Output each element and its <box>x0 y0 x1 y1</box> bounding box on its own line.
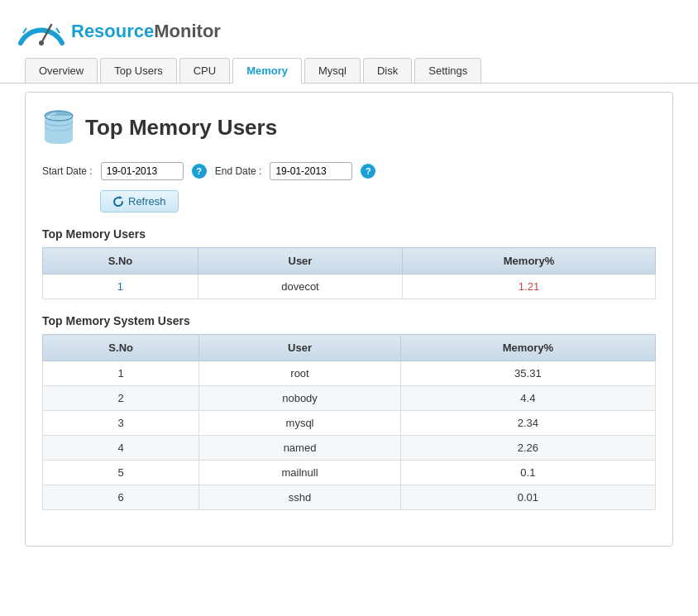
start-date-label: Start Date : <box>42 165 93 177</box>
cell-user: mysql <box>199 411 400 436</box>
page-title-row: Top Memory Users <box>42 109 656 146</box>
cell-user: dovecot <box>198 275 402 299</box>
table-row: 2 nobody 4.4 <box>43 386 656 411</box>
cell-memory: 4.4 <box>400 386 655 411</box>
top-memory-users-header: Top Memory Users <box>42 227 656 241</box>
top-memory-system-users-header-row: S.No User Memory% <box>43 335 656 361</box>
cell-memory: 1.21 <box>402 275 655 299</box>
cell-sno[interactable]: 1 <box>43 275 198 299</box>
refresh-icon <box>112 196 124 208</box>
nav-tabs: Overview Top Users CPU Memory Mysql Disk… <box>0 58 698 84</box>
logo-monitor-text: Monitor <box>154 21 221 41</box>
tab-mysql[interactable]: Mysql <box>304 58 361 83</box>
tab-top-users[interactable]: Top Users <box>100 58 177 83</box>
cell-sno: 1 <box>43 361 199 386</box>
col-user-1: User <box>198 248 402 275</box>
tab-memory[interactable]: Memory <box>232 58 302 84</box>
col-memory-1: Memory% <box>402 248 655 275</box>
col-memory-2: Memory% <box>400 335 655 361</box>
cell-memory: 0.01 <box>400 485 655 510</box>
svg-line-1 <box>56 28 60 33</box>
cell-sno: 2 <box>43 386 199 411</box>
refresh-label: Refresh <box>128 195 166 208</box>
cell-sno: 6 <box>43 485 199 510</box>
cell-sno: 5 <box>43 461 199 485</box>
top-memory-system-users-table: S.No User Memory% 1 root 35.31 2 nobody … <box>42 334 656 510</box>
cell-user: root <box>199 361 400 386</box>
tab-settings[interactable]: Settings <box>414 58 481 83</box>
col-sno-2: S.No <box>43 335 199 361</box>
main-content: Top Memory Users Start Date : ? End Date… <box>25 92 673 547</box>
cell-user: mailnull <box>199 461 400 485</box>
cell-memory: 2.34 <box>400 411 655 436</box>
database-icon <box>42 109 75 146</box>
top-memory-users-header-row: S.No User Memory% <box>43 248 656 275</box>
tab-cpu[interactable]: CPU <box>179 58 230 83</box>
start-date-help-icon[interactable]: ? <box>192 164 207 179</box>
logo-resource-text: Resource <box>71 21 154 41</box>
col-sno-1: S.No <box>43 248 198 275</box>
table-row: 6 sshd 0.01 <box>43 485 656 510</box>
cell-user: nobody <box>199 386 400 411</box>
refresh-button[interactable]: Refresh <box>100 190 179 212</box>
logo-text: ResourceMonitor <box>71 22 221 41</box>
page-title: Top Memory Users <box>85 115 277 141</box>
filter-row: Start Date : ? End Date : ? <box>42 162 656 180</box>
table-row: 5 mailnull 0.1 <box>43 461 656 485</box>
col-user-2: User <box>199 335 400 361</box>
cell-memory: 0.1 <box>400 461 655 485</box>
cell-user: sshd <box>199 485 400 510</box>
table-row: 4 named 2.26 <box>43 436 656 461</box>
table-row: 1 dovecot 1.21 <box>43 275 656 299</box>
end-date-label: End Date : <box>215 165 262 177</box>
top-memory-users-table: S.No User Memory% 1 dovecot 1.21 <box>42 247 656 299</box>
cell-sno: 3 <box>43 411 199 436</box>
cell-memory: 2.26 <box>400 436 655 461</box>
start-date-input[interactable] <box>101 162 184 180</box>
svg-line-0 <box>23 28 26 33</box>
cell-user: named <box>199 436 400 461</box>
table-row: 3 mysql 2.34 <box>43 411 656 436</box>
header: ResourceMonitor <box>0 0 698 58</box>
end-date-input[interactable] <box>270 162 352 180</box>
cell-memory: 35.31 <box>400 361 655 386</box>
top-memory-system-users-header: Top Memory System Users <box>42 314 656 327</box>
logo-icon <box>17 8 66 54</box>
tab-overview[interactable]: Overview <box>25 58 98 83</box>
cell-sno: 4 <box>43 436 199 461</box>
table-row: 1 root 35.31 <box>43 361 656 386</box>
logo: ResourceMonitor <box>17 8 221 54</box>
tab-disk[interactable]: Disk <box>363 58 412 83</box>
svg-point-3 <box>39 41 44 45</box>
end-date-help-icon[interactable]: ? <box>361 164 375 179</box>
